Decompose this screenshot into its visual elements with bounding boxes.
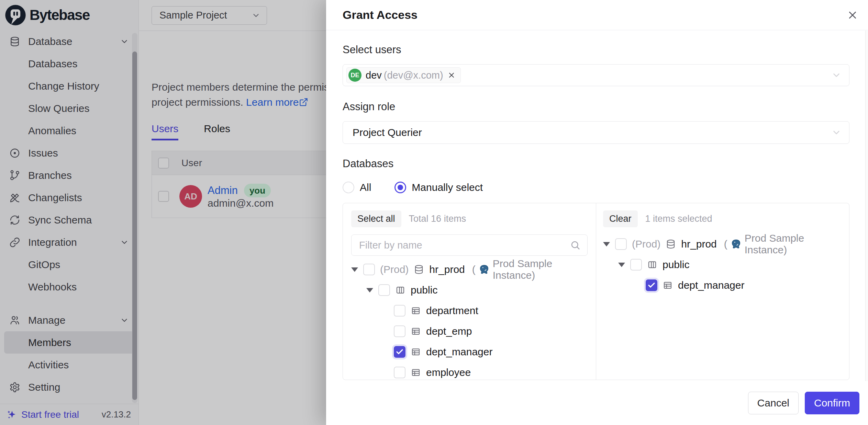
chevron-down-icon [831, 70, 842, 80]
select-users-label: Select users [343, 44, 849, 56]
tree-node-table[interactable]: dept_manager [603, 275, 842, 296]
close-icon[interactable] [847, 10, 858, 20]
tree-node-database[interactable]: (Prod) hr_prod ( Prod Sample Instance) [351, 259, 588, 280]
select-users-input[interactable]: DE dev (dev@x.com) [343, 64, 849, 86]
checkbox[interactable] [394, 367, 405, 378]
selected-user-name: dev [366, 70, 382, 81]
remove-user-icon[interactable] [447, 71, 456, 79]
checkbox[interactable] [394, 325, 405, 337]
schema-icon [395, 285, 405, 295]
modal-title: Grant Access [343, 8, 418, 22]
checkbox[interactable] [615, 238, 627, 250]
database-icon [414, 264, 424, 275]
schema-icon [647, 260, 657, 270]
database-transfer: Select all Total 16 items (Prod) [343, 203, 849, 380]
caret-down-icon[interactable] [351, 267, 358, 272]
filter-box [351, 234, 588, 256]
bytebase-app: Bytebase Database Databases Change Histo… [0, 0, 868, 425]
tree-node-database[interactable]: (Prod) hr_prod ( Prod Sample Instance) [603, 234, 842, 254]
table-icon [411, 306, 421, 316]
radio-selected-icon [394, 182, 406, 193]
databases-label: Databases [343, 158, 849, 170]
chevron-down-icon [831, 127, 842, 138]
database-scope-options: All Manually select [343, 182, 849, 193]
radio-all[interactable]: All [343, 182, 371, 193]
caret-down-icon[interactable] [366, 288, 373, 292]
assign-role-label: Assign role [343, 101, 849, 113]
assign-role-select[interactable]: Project Querier [343, 121, 849, 144]
checkbox-checked[interactable] [394, 346, 405, 358]
checkbox[interactable] [630, 259, 642, 271]
modal-footer: Cancel Confirm [326, 381, 868, 425]
caret-down-icon[interactable] [603, 242, 610, 246]
total-items-label: Total 16 items [409, 214, 466, 224]
select-all-button[interactable]: Select all [351, 210, 401, 227]
transfer-source-panel: Select all Total 16 items (Prod) [343, 203, 596, 380]
filter-input[interactable] [353, 240, 570, 251]
postgresql-icon [479, 264, 490, 275]
table-icon [663, 280, 673, 290]
table-icon [411, 347, 421, 357]
clear-button[interactable]: Clear [603, 210, 638, 227]
selected-user-email: (dev@x.com) [384, 70, 443, 81]
transfer-selected-panel: Clear 1 items selected (Prod) hr_prod ( [596, 203, 849, 380]
table-icon [411, 367, 421, 378]
checkbox[interactable] [363, 264, 375, 275]
table-icon [411, 326, 421, 336]
checkbox-checked[interactable] [646, 279, 657, 291]
grant-access-modal: Grant Access Select users DE dev (dev@x.… [326, 0, 868, 425]
assign-role-value: Project Querier [353, 127, 422, 138]
caret-down-icon[interactable] [618, 263, 625, 267]
modal-header: Grant Access [326, 0, 868, 30]
tree-node-table[interactable]: dept_emp [351, 321, 588, 342]
selected-tree: (Prod) hr_prod ( Prod Sample Instance) p… [603, 234, 842, 296]
database-icon [666, 239, 676, 249]
confirm-button[interactable]: Confirm [805, 392, 859, 414]
checkbox[interactable] [394, 305, 405, 317]
modal-body: Select users DE dev (dev@x.com) Assign r… [326, 31, 868, 381]
selected-user-tag: DE dev (dev@x.com) [346, 67, 461, 83]
postgresql-icon [731, 239, 742, 250]
tree-node-table[interactable]: dept_manager [351, 342, 588, 362]
tree-node-table[interactable]: department [351, 300, 588, 321]
search-icon [570, 240, 580, 250]
tree-node-table[interactable]: employee [351, 362, 588, 380]
cancel-button[interactable]: Cancel [748, 392, 799, 414]
selected-count-label: 1 items selected [645, 214, 712, 224]
radio-icon [343, 182, 354, 193]
checkbox[interactable] [378, 284, 390, 296]
tree-node-schema[interactable]: public [351, 280, 588, 300]
source-tree: (Prod) hr_prod ( Prod Sample Instance) p… [351, 259, 588, 380]
radio-manually-select[interactable]: Manually select [394, 182, 483, 193]
tree-node-schema[interactable]: public [603, 254, 842, 275]
avatar: DE [348, 69, 361, 82]
